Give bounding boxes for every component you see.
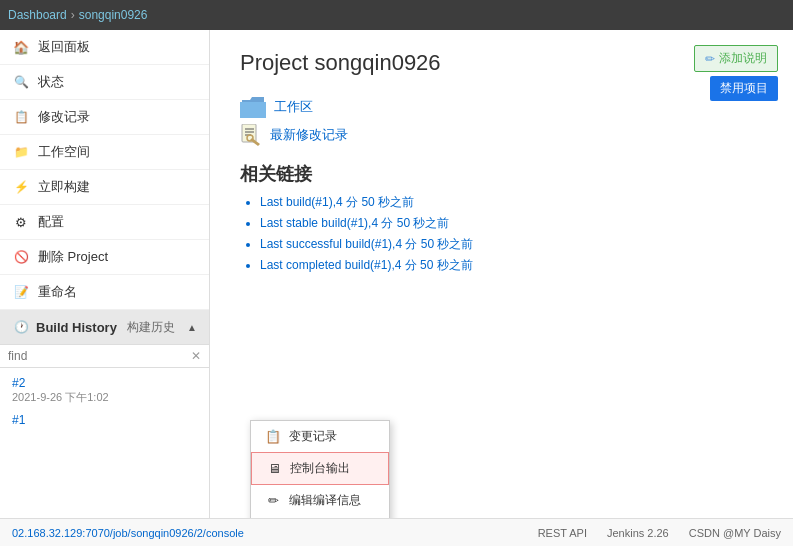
- sidebar-item-status[interactable]: 状态: [0, 65, 209, 100]
- changes-link[interactable]: 最新修改记录: [240, 124, 763, 146]
- sidebar-item-build-now[interactable]: 立即构建: [0, 170, 209, 205]
- context-menu-delete-build[interactable]: 🚫 删除构建 #2: [251, 516, 389, 518]
- clock-icon: [12, 318, 30, 336]
- build-search: ✕: [0, 345, 209, 368]
- sidebar-label-build-now: 立即构建: [38, 178, 90, 196]
- workspace-link[interactable]: 工作区: [240, 96, 763, 118]
- pencil-icon: [705, 52, 715, 66]
- sidebar-item-configure[interactable]: 配置: [0, 205, 209, 240]
- csdn-label: CSDN @MY Daisy: [689, 527, 781, 539]
- context-menu-console[interactable]: 🖥 控制台输出: [251, 452, 389, 485]
- list-item-3[interactable]: Last completed build(#1),4 分 50 秒之前: [260, 257, 763, 274]
- related-links: 相关链接 Last build(#1),4 分 50 秒之前 Last stab…: [240, 162, 763, 274]
- breadcrumb: Dashboard › songqin0926: [8, 8, 147, 22]
- sidebar-item-workspace[interactable]: 工作空间: [0, 135, 209, 170]
- file-icon: [240, 124, 262, 146]
- edit-build-icon: ✏: [265, 493, 281, 509]
- chevron-up-icon: [187, 321, 197, 333]
- build-search-clear[interactable]: ✕: [191, 349, 201, 363]
- sidebar-label-configure: 配置: [38, 213, 64, 231]
- status-icon: [12, 73, 30, 91]
- list-item-0[interactable]: Last build(#1),4 分 50 秒之前: [260, 194, 763, 211]
- main-layout: 返回面板 状态 修改记录 工作空间 立即构建 配置 删除 Project 重命: [0, 30, 793, 518]
- list-item-2[interactable]: Last successful build(#1),4 分 50 秒之前: [260, 236, 763, 253]
- top-bar: Dashboard › songqin0926: [0, 0, 793, 30]
- home-icon: [12, 38, 30, 56]
- sidebar-label-delete-project: 删除 Project: [38, 248, 108, 266]
- sidebar-item-change-history[interactable]: 修改记录: [0, 100, 209, 135]
- build-num-1[interactable]: #1: [12, 413, 25, 427]
- changes-icon: 📋: [265, 429, 281, 445]
- build-history-title: Build History: [36, 320, 117, 335]
- build-item-1: #1: [0, 409, 209, 431]
- build-search-input[interactable]: [8, 349, 191, 363]
- bottom-bar: 02.168.32.129:7070/job/songqin0926/2/con…: [0, 518, 793, 546]
- disable-project-button[interactable]: 禁用项目: [710, 76, 778, 101]
- sidebar-item-delete-project[interactable]: 删除 Project: [0, 240, 209, 275]
- page-title: Project songqin0926: [240, 50, 763, 76]
- build-date-2: 2021-9-26 下午1:02: [12, 390, 197, 405]
- build-history-header[interactable]: Build History 构建历史: [0, 310, 209, 345]
- jenkins-version-label: Jenkins 2.26: [607, 527, 669, 539]
- build-list: #2 2021-9-26 下午1:02 #1: [0, 368, 209, 435]
- main-content: Project songqin0926 添加说明 禁用项目 工作区: [210, 30, 793, 518]
- build-history-cn: 构建历史: [127, 319, 175, 336]
- sidebar-label-workspace: 工作空间: [38, 143, 90, 161]
- build-num-2[interactable]: #2: [12, 376, 25, 390]
- bottom-right: REST API Jenkins 2.26 CSDN @MY Daisy: [538, 527, 781, 539]
- breadcrumb-dashboard[interactable]: Dashboard: [8, 8, 67, 22]
- history-icon: [12, 108, 30, 126]
- project-links: 工作区 最新修改记录: [240, 96, 763, 146]
- sidebar-label-change-history: 修改记录: [38, 108, 90, 126]
- context-menu-edit-build[interactable]: ✏ 编辑编译信息: [251, 485, 389, 516]
- related-links-title: 相关链接: [240, 162, 763, 186]
- svg-rect-0: [242, 124, 256, 142]
- config-icon: [12, 213, 30, 231]
- delete-icon: [12, 248, 30, 266]
- sidebar-label-status: 状态: [38, 73, 64, 91]
- folder-icon: [240, 96, 266, 118]
- context-menu: 📋 变更记录 🖥 控制台输出 ✏ 编辑编译信息 🚫 删除构建 #2: [250, 420, 390, 518]
- context-menu-changes[interactable]: 📋 变更记录: [251, 421, 389, 452]
- action-buttons: 添加说明 禁用项目: [694, 45, 778, 101]
- workspace-icon: [12, 143, 30, 161]
- related-links-list: Last build(#1),4 分 50 秒之前 Last stable bu…: [240, 194, 763, 274]
- list-item-1[interactable]: Last stable build(#1),4 分 50 秒之前: [260, 215, 763, 232]
- sidebar-item-rename[interactable]: 重命名: [0, 275, 209, 310]
- breadcrumb-project[interactable]: songqin0926: [79, 8, 148, 22]
- sidebar-label-back-dashboard: 返回面板: [38, 38, 90, 56]
- build-item-2: #2 2021-9-26 下午1:02: [0, 372, 209, 409]
- rename-icon: [12, 283, 30, 301]
- sidebar-label-rename: 重命名: [38, 283, 77, 301]
- add-description-button[interactable]: 添加说明: [694, 45, 778, 72]
- bottom-link[interactable]: 02.168.32.129:7070/job/songqin0926/2/con…: [12, 527, 244, 539]
- build-icon: [12, 178, 30, 196]
- rest-api-label: REST API: [538, 527, 587, 539]
- console-icon: 🖥: [266, 461, 282, 477]
- sidebar: 返回面板 状态 修改记录 工作空间 立即构建 配置 删除 Project 重命: [0, 30, 210, 518]
- sidebar-item-back-dashboard[interactable]: 返回面板: [0, 30, 209, 65]
